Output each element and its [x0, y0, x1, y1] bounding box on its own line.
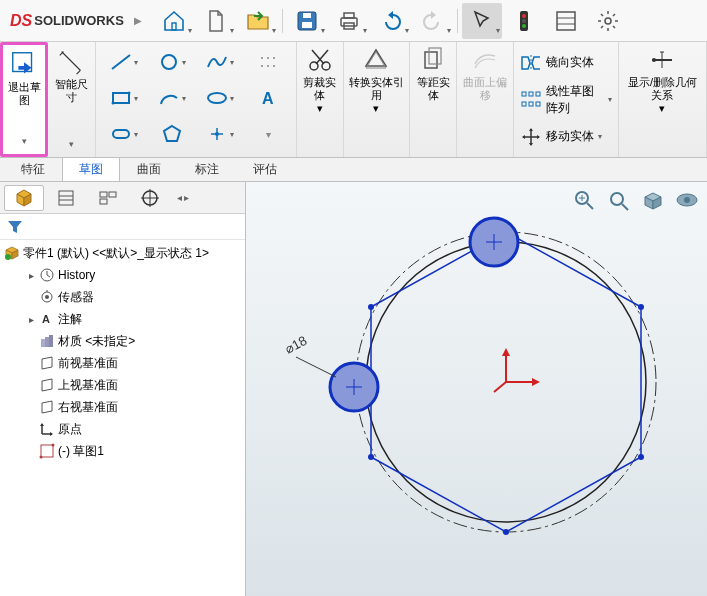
select-tool-button[interactable]: ▾	[462, 3, 502, 39]
svg-point-8	[522, 14, 526, 18]
feature-tree-tab[interactable]	[4, 185, 44, 211]
traffic-light-icon[interactable]	[504, 3, 544, 39]
titlebar: DS SOLIDWORKS ▶ ▾ ▾ ▾ ▾ ▾ ▾ ▾ ▾	[0, 0, 707, 42]
save-button[interactable]: ▾	[287, 3, 327, 39]
svg-rect-24	[113, 93, 129, 103]
tab-features[interactable]: 特征	[4, 157, 62, 181]
pattern-tool[interactable]	[244, 44, 292, 80]
line-tool[interactable]: ▾	[100, 44, 148, 80]
move-button[interactable]: 移动实体▾	[520, 121, 612, 153]
svg-point-84	[638, 454, 644, 460]
svg-point-72	[52, 444, 55, 447]
svg-rect-54	[100, 192, 107, 197]
tree-sensors[interactable]: 传感器	[0, 286, 245, 308]
separator	[457, 9, 458, 33]
dropdown-icon[interactable]: ▾	[69, 138, 74, 151]
app-menu-dropdown[interactable]: ▶	[134, 15, 142, 26]
panel-overflow[interactable]: ◂ ▸	[172, 185, 194, 211]
ribbon-tabs: 特征 草图 曲面 标注 评估	[0, 158, 707, 182]
trim-button[interactable]: 剪裁实体 ▾	[297, 42, 344, 157]
property-manager-tab[interactable]	[46, 185, 86, 211]
svg-rect-46	[536, 102, 540, 106]
move-label: 移动实体	[546, 128, 594, 145]
tree-material[interactable]: 材质 <未指定>	[0, 330, 245, 352]
home-button[interactable]: ▾	[154, 3, 194, 39]
show-relations-button[interactable]: 显示/删除几何关系 ▾	[619, 42, 707, 157]
panel-tabs: ◂ ▸	[0, 182, 245, 214]
new-button[interactable]: ▾	[196, 3, 236, 39]
offset-button[interactable]: 等距实体	[410, 42, 457, 157]
polygon-tool[interactable]	[148, 116, 196, 152]
tree-sketch1[interactable]: (-) 草图1	[0, 440, 245, 462]
convert-button[interactable]: 转换实体引用 ▾	[344, 42, 410, 157]
svg-point-86	[368, 454, 374, 460]
tree-top-plane[interactable]: 上视基准面	[0, 374, 245, 396]
tree-root[interactable]: 零件1 (默认) <<默认>_显示状态 1>	[0, 242, 245, 264]
circle-tool[interactable]: ▾	[148, 44, 196, 80]
tab-evaluate[interactable]: 评估	[236, 157, 294, 181]
exit-sketch-button[interactable]: 退出草图 ▾	[0, 42, 48, 157]
tree-sensors-label: 传感器	[58, 289, 94, 306]
tree-history[interactable]: ▸History	[0, 264, 245, 286]
tab-annotation[interactable]: 标注	[178, 157, 236, 181]
undo-button[interactable]: ▾	[371, 3, 411, 39]
svg-rect-51	[59, 191, 73, 205]
svg-point-17	[162, 55, 176, 69]
ellipse-tool[interactable]: ▾	[196, 80, 244, 116]
svg-point-14	[605, 18, 611, 24]
logo-ds: DS	[10, 12, 32, 30]
feature-tree-panel: ◂ ▸ 零件1 (默认) <<默认>_显示状态 1> ▸History 传感器 …	[0, 182, 246, 596]
spline-tool[interactable]: ▾	[196, 44, 244, 80]
mirror-button[interactable]: 镜向实体	[520, 47, 612, 79]
tree-front-plane[interactable]: 前视基准面	[0, 352, 245, 374]
slot-tool[interactable]: ▾	[100, 116, 148, 152]
dropdown-spacer[interactable]: ▾	[244, 116, 292, 152]
options-button[interactable]	[546, 3, 586, 39]
svg-point-83	[638, 304, 644, 310]
svg-point-22	[267, 65, 269, 67]
rectangle-tool[interactable]: ▾	[100, 80, 148, 116]
print-button[interactable]: ▾	[329, 3, 369, 39]
redo-button[interactable]: ▾	[413, 3, 453, 39]
svg-rect-2	[302, 22, 312, 28]
open-button[interactable]: ▾	[238, 3, 278, 39]
text-tool[interactable]: A	[244, 80, 292, 116]
smart-dimension-button[interactable]: 智能尺寸 ▾	[48, 42, 96, 157]
tree-sketch1-label: (-) 草图1	[58, 443, 104, 460]
filter-icon[interactable]	[6, 218, 24, 236]
graphics-canvas[interactable]: ⌀18	[246, 182, 707, 596]
surface-offset-button: 曲面上偏移	[457, 42, 514, 157]
mirror-label: 镜向实体	[546, 54, 594, 71]
svg-rect-55	[109, 192, 116, 197]
separator	[282, 9, 283, 33]
dropdown-icon[interactable]: ▾	[22, 135, 27, 148]
svg-rect-41	[522, 92, 526, 96]
offset-label: 等距实体	[414, 76, 452, 102]
dimxpert-tab[interactable]	[130, 185, 170, 211]
tree-ann-label: 注解	[58, 311, 82, 328]
svg-point-73	[40, 456, 43, 459]
svg-point-23	[273, 65, 275, 67]
svg-rect-29	[113, 130, 129, 138]
linear-pattern-button[interactable]: 线性草图阵列▾	[520, 84, 612, 116]
point-tool[interactable]: ▾	[196, 116, 244, 152]
tree-origin-label: 原点	[58, 421, 82, 438]
settings-button[interactable]	[588, 3, 628, 39]
tree-origin[interactable]: 原点	[0, 418, 245, 440]
tab-sketch[interactable]: 草图	[62, 157, 120, 181]
tree-right-plane[interactable]: 右视基准面	[0, 396, 245, 418]
svg-text:A: A	[262, 90, 274, 107]
linear-pattern-label: 线性草图阵列	[546, 83, 604, 117]
svg-point-26	[128, 92, 131, 95]
tree-material-label: 材质 <未指定>	[58, 333, 135, 350]
tab-surface[interactable]: 曲面	[120, 157, 178, 181]
tree-annotations[interactable]: ▸A注解	[0, 308, 245, 330]
svg-rect-11	[557, 12, 575, 30]
svg-rect-44	[522, 102, 526, 106]
config-manager-tab[interactable]	[88, 185, 128, 211]
svg-rect-38	[425, 52, 437, 68]
tree-top-label: 上视基准面	[58, 377, 118, 394]
ribbon: 退出草图 ▾ 智能尺寸 ▾ ▾ ▾ ▾ ▾ ▾ ▾ A ▾ ▾ ▾ 剪裁实体 ▾…	[0, 42, 707, 158]
arc-tool[interactable]: ▾	[148, 80, 196, 116]
svg-point-33	[215, 132, 219, 136]
